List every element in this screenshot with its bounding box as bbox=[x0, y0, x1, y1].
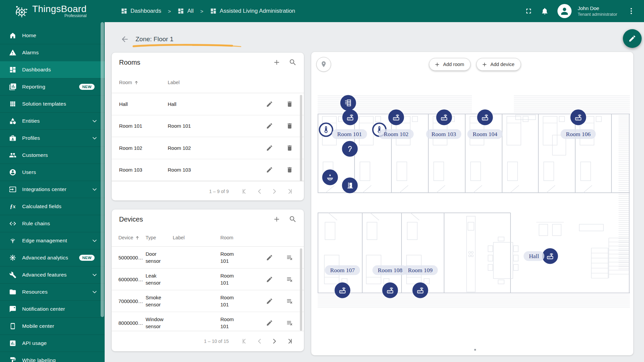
map-label-room-103[interactable]: Room 103 bbox=[426, 129, 461, 139]
gateway-marker[interactable] bbox=[382, 283, 398, 298]
sidebar-item-edge-management[interactable]: Edge management bbox=[0, 232, 105, 249]
gateway-marker[interactable] bbox=[436, 110, 452, 125]
sidebar-item-rule-chains[interactable]: Rule chains bbox=[0, 215, 105, 232]
sidebar-item-advanced-features[interactable]: Advanced features bbox=[0, 266, 105, 283]
edit-room-button[interactable] bbox=[264, 120, 275, 132]
next-page-button[interactable] bbox=[267, 335, 282, 348]
sidebar-item-calculated-fields[interactable]: ƒx Calculated fields bbox=[0, 198, 105, 215]
map-label-hall[interactable]: Hall bbox=[524, 251, 544, 261]
previous-page-button[interactable] bbox=[252, 335, 267, 348]
room-table-row[interactable]: Room 102 Room 102 bbox=[112, 137, 304, 159]
rooms-search-button[interactable] bbox=[287, 57, 299, 68]
sidebar-item-profiles[interactable]: Profiles bbox=[0, 129, 105, 146]
devices-sort-header[interactable]: Device bbox=[112, 235, 146, 241]
sidebar-scrollbar[interactable] bbox=[101, 22, 104, 317]
notifications-button[interactable] bbox=[538, 4, 551, 18]
map-position-button[interactable] bbox=[316, 57, 331, 72]
leak-marker[interactable] bbox=[322, 170, 338, 185]
building-marker[interactable] bbox=[340, 95, 356, 111]
edit-dashboard-fab[interactable] bbox=[623, 29, 642, 48]
edit-device-button[interactable] bbox=[264, 252, 275, 263]
edit-device-button[interactable] bbox=[264, 274, 275, 285]
sidebar-item-users[interactable]: Users bbox=[0, 164, 105, 181]
gateway-marker[interactable] bbox=[335, 283, 351, 298]
sidebar-item-entities[interactable]: Entities bbox=[0, 112, 105, 129]
sidebar-item-white-labeling[interactable]: White labeling bbox=[0, 352, 105, 362]
user-menu-button[interactable] bbox=[625, 4, 638, 18]
edit-room-button[interactable] bbox=[264, 142, 275, 154]
rooms-label-header[interactable]: Label bbox=[168, 80, 304, 85]
map-label-room-109[interactable]: Room 109 bbox=[402, 265, 438, 275]
device-table-row[interactable]: 6000000… Leak sensor Room 101 bbox=[112, 268, 304, 290]
device-table-row[interactable]: 8000000… Window sensor Room 101 bbox=[112, 312, 304, 331]
delete-room-button[interactable] bbox=[284, 98, 295, 110]
unassign-device-button[interactable] bbox=[284, 317, 295, 328]
edit-room-button[interactable] bbox=[264, 98, 275, 110]
sidebar-item-advanced-analytics[interactable]: Advanced analytics NEW bbox=[0, 249, 105, 266]
last-page-button[interactable] bbox=[282, 185, 297, 198]
back-button[interactable] bbox=[119, 34, 130, 45]
room-table-row[interactable]: Room 103 Room 103 bbox=[112, 159, 304, 181]
device-table-row[interactable]: 5000000… Door sensor Room 101 bbox=[112, 247, 304, 268]
gateway-marker[interactable] bbox=[342, 110, 358, 125]
sidebar-item-dashboards[interactable]: Dashboards bbox=[0, 61, 105, 78]
map-label-room-101[interactable]: Room 101 bbox=[332, 129, 367, 139]
devices-label-header[interactable]: Label bbox=[173, 235, 220, 240]
room-table-row[interactable]: Room 101 Room 101 bbox=[112, 115, 304, 137]
add-device-button[interactable]: Add device bbox=[476, 58, 521, 71]
devices-room-header[interactable]: Room bbox=[220, 235, 242, 240]
sidebar-item-alarms[interactable]: Alarms bbox=[0, 44, 105, 61]
room-table-row[interactable]: Hall Hall bbox=[112, 93, 304, 115]
sidebar-item-integrations-center[interactable]: Integrations center bbox=[0, 181, 105, 198]
rooms-table-scrollbar[interactable] bbox=[300, 95, 302, 181]
first-page-button[interactable] bbox=[237, 335, 252, 348]
next-page-button[interactable] bbox=[267, 185, 282, 198]
first-page-button[interactable] bbox=[237, 185, 252, 198]
sidebar-item-api-usage[interactable]: API usage bbox=[0, 335, 105, 352]
add-room-button[interactable]: Add room bbox=[429, 58, 471, 71]
breadcrumb-item-all[interactable]: All bbox=[177, 8, 194, 14]
device-table-row[interactable]: 7000000… Smoke sensor Room 101 bbox=[112, 290, 304, 312]
unassign-device-button[interactable] bbox=[284, 295, 295, 307]
door-marker[interactable] bbox=[342, 178, 358, 193]
edit-device-button[interactable] bbox=[264, 317, 275, 328]
breadcrumb-item-assisted-living-administration[interactable]: Assisted Living Administration bbox=[210, 8, 295, 14]
thermometer-marker[interactable] bbox=[319, 123, 333, 137]
devices-search-button[interactable] bbox=[287, 214, 299, 225]
gateway-marker[interactable] bbox=[571, 110, 586, 125]
unassign-device-button[interactable] bbox=[284, 252, 295, 263]
gateway-marker[interactable] bbox=[477, 110, 493, 125]
gateway-marker[interactable] bbox=[413, 283, 428, 298]
sidebar-item-resources[interactable]: Resources bbox=[0, 283, 105, 300]
sidebar-item-customers[interactable]: Customers bbox=[0, 146, 105, 164]
add-room-row-button[interactable] bbox=[271, 57, 282, 68]
sidebar-item-solution-templates[interactable]: Solution templates bbox=[0, 95, 105, 112]
hook-marker[interactable] bbox=[342, 141, 358, 157]
avatar[interactable] bbox=[557, 4, 572, 18]
sidebar-item-home[interactable]: Home bbox=[0, 27, 105, 44]
delete-room-button[interactable] bbox=[284, 142, 295, 154]
breadcrumb-item-dashboards[interactable]: Dashboards bbox=[121, 8, 161, 14]
edit-device-button[interactable] bbox=[264, 295, 275, 307]
map-label-room-107[interactable]: Room 107 bbox=[325, 265, 360, 275]
map-label-room-102[interactable]: Room 102 bbox=[378, 129, 414, 139]
rooms-sort-header[interactable]: Room bbox=[112, 80, 168, 85]
unassign-device-button[interactable] bbox=[284, 274, 295, 285]
gateway-marker[interactable] bbox=[388, 110, 404, 125]
map-label-room-106[interactable]: Room 106 bbox=[560, 129, 596, 139]
delete-room-button[interactable] bbox=[284, 164, 295, 176]
edit-room-button[interactable] bbox=[264, 164, 275, 176]
last-page-button[interactable] bbox=[282, 335, 297, 348]
fullscreen-button[interactable] bbox=[522, 4, 535, 18]
sidebar-item-mobile-center[interactable]: Mobile center bbox=[0, 317, 105, 335]
sidebar-item-reporting[interactable]: Reporting NEW bbox=[0, 78, 105, 95]
previous-page-button[interactable] bbox=[252, 185, 267, 198]
gateway-marker[interactable] bbox=[542, 248, 558, 264]
delete-room-button[interactable] bbox=[284, 120, 295, 132]
sidebar-item-notification-center[interactable]: Notification center bbox=[0, 300, 105, 317]
logo[interactable]: ThingsBoard Professional bbox=[0, 3, 105, 19]
add-device-row-button[interactable] bbox=[271, 214, 282, 225]
devices-table-scrollbar[interactable] bbox=[300, 248, 302, 331]
map-label-room-104[interactable]: Room 104 bbox=[467, 129, 502, 139]
devices-type-header[interactable]: Type bbox=[146, 235, 173, 240]
